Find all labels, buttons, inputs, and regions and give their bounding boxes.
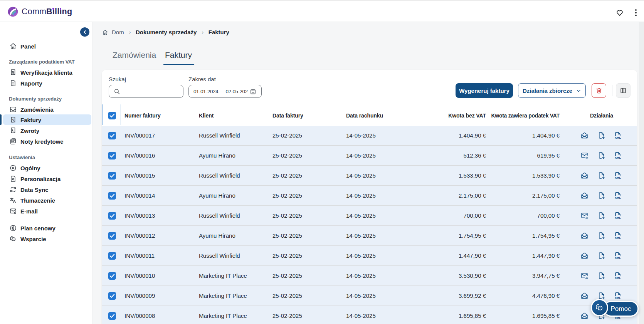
svg-text:XML: XML [615, 136, 621, 139]
svg-text:XML: XML [615, 256, 621, 260]
svg-text:XML: XML [615, 156, 621, 159]
svg-text:XML: XML [615, 176, 621, 180]
svg-text:XML: XML [615, 196, 621, 200]
svg-text:XML: XML [615, 276, 621, 280]
svg-text:XML: XML [615, 296, 621, 300]
svg-text:XML: XML [615, 236, 621, 240]
svg-text:XML: XML [615, 316, 621, 320]
svg-text:€: € [12, 118, 14, 121]
svg-text:XML: XML [615, 216, 621, 220]
